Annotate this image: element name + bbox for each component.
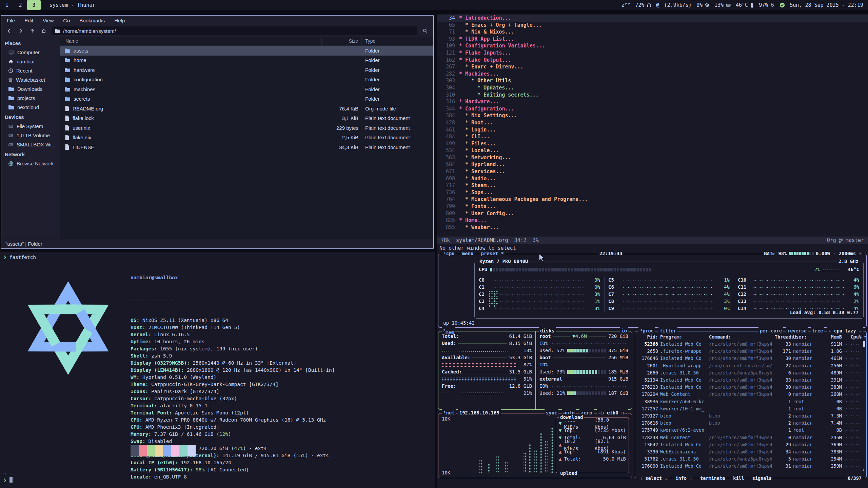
menu-bookmarks[interactable]: Bookmarks <box>79 18 105 23</box>
proc-scrollbar[interactable] <box>863 341 865 347</box>
file-row-home[interactable]: homeFolder <box>60 56 433 65</box>
proc-row-51762[interactable]: 51762.emacs-31.0.50-/nix/store/wnqz5pa8r… <box>635 455 866 463</box>
proc-row-52368[interactable]: 52368Isolated Web Co/nix/store/sm8fmrf3w… <box>635 341 866 348</box>
sidebar-item-browse-network[interactable]: Browse Network <box>1 159 60 168</box>
sidebar-item-computer[interactable]: Computer <box>1 48 60 57</box>
proc-footer-select[interactable]: ↑ select ↓ <box>638 475 669 482</box>
file-row-user-nix[interactable]: user.nix229 bytesPlain text document <box>60 123 433 133</box>
proc-tab[interactable]: ⁴proc <box>638 327 655 334</box>
file-row-license[interactable]: LICENSE34,3 KiBPlain text document <box>60 142 433 152</box>
org-heading-line[interactable]: 764* Miscellaneous Packages and Programs… <box>437 196 868 203</box>
column-size[interactable]: Size <box>322 37 362 45</box>
file-row-hardware[interactable]: hardwareFolder <box>60 65 433 75</box>
sidebar-item-file-system[interactable]: File System <box>1 122 60 131</box>
org-heading-line[interactable]: 461* Login... <box>437 126 868 134</box>
org-heading-line[interactable]: 799* Fonts... <box>437 203 868 210</box>
proc-row-2660[interactable]: 2660.emacs-31.0.50-/nix/store/wnqz5pa8ra… <box>635 369 866 377</box>
file-row-flake-nix[interactable]: flake.nix2,5 KiBPlain text document <box>60 133 433 143</box>
proc-button-per-core[interactable]: per-core <box>758 327 783 334</box>
cpu-tab-1[interactable]: menu <box>461 250 475 257</box>
sidebar-item-nambiar[interactable]: nambiar <box>1 57 60 66</box>
sidebar-item-downloads[interactable]: Downloads <box>1 84 60 94</box>
sidebar-item-1-0-tb-volume[interactable]: 1,0 TB Volume <box>1 131 60 140</box>
up-button[interactable] <box>27 26 37 35</box>
org-heading-line[interactable]: 698* Audio... <box>437 175 868 182</box>
menu-view[interactable]: View <box>43 18 54 23</box>
emacs-org-window[interactable]: 34* Introduction...65* Emacs + Org + Tan… <box>437 14 868 252</box>
proc-footer-kill[interactable]: kill <box>732 475 746 482</box>
workspace-switcher[interactable]: 123 <box>0 0 41 10</box>
proc-row-179127[interactable]: 179127btopbtop2nambiar7.3M0.0 <box>635 412 866 420</box>
file-row-flake-lock[interactable]: flake.lock3,1 KiBPlain text document <box>60 114 433 123</box>
workspace-3[interactable]: 3 <box>27 0 41 10</box>
sidebar-item-wastebasket[interactable]: Wastebasket <box>1 75 60 84</box>
proc-row-52134[interactable]: 52134Isolated Web Co/nix/store/sm8fmrf3w… <box>635 377 866 384</box>
cpu-tab-2[interactable]: preset * <box>479 250 505 257</box>
terminal-fastfetch[interactable]: ❯ fastfetch nambiar@smallbox -----------… <box>0 252 435 488</box>
proc-row-175749[interactable]: 175749kworker/6:2-even1root0B0.0 <box>635 427 866 434</box>
file-row-configuration[interactable]: configurationFolder <box>60 75 433 85</box>
org-heading-line[interactable]: 428* Boot... <box>437 119 868 126</box>
proc-row-178616[interactable]: 178616btopbtop2nambiar7.4M0.0 <box>635 420 866 427</box>
btop-window[interactable]: ¹cpumenupreset *22:19:44BAT▻ 98%0.00W - … <box>437 252 868 488</box>
org-heading-line[interactable]: 93* TLDR App List... <box>437 36 868 43</box>
org-heading-line[interactable]: 534* Locale... <box>437 147 868 154</box>
home-button[interactable] <box>39 26 49 35</box>
menu-help[interactable]: Help <box>114 18 125 23</box>
proc-row-176646[interactable]: 176646Isolated Web Co/nix/store/sm8fmrf3… <box>635 355 866 362</box>
shell-prompt[interactable]: ~ ❯ <box>3 470 13 484</box>
menu-edit[interactable]: Edit <box>24 18 33 23</box>
back-button[interactable] <box>4 26 14 35</box>
proc-row-176223[interactable]: 176223Isolated Web Co/nix/store/sm8fmrf3… <box>635 384 866 391</box>
net-interface[interactable]: ←b eth0 n→ <box>597 409 628 416</box>
proc-filter[interactable]: filter <box>658 327 678 334</box>
proc-row-38936[interactable]: 38936kworker/u64:6-kc1root0B0.0 <box>635 398 866 405</box>
org-heading-line[interactable]: 384* Nix Settings... <box>437 112 868 119</box>
proc-row-177257[interactable]: 177257kworker/10:1-mm_1root0B0.0 <box>635 405 866 412</box>
proc-row-2658[interactable]: 2658.firefox-wrappe/nix/store/sm8fmrf3wp… <box>635 348 866 355</box>
org-heading-line[interactable]: 71* Nix & Nixos... <box>437 28 868 36</box>
sidebar-item-smallbox-wi-[interactable]: SMALLBOX Wi... <box>1 140 60 149</box>
workspace-2[interactable]: 2 <box>14 0 27 10</box>
file-row-readme-org[interactable]: README.org76,4 KiBOrg-mode file <box>60 104 433 114</box>
proc-footer-terminate[interactable]: terminate <box>699 475 726 482</box>
search-button[interactable] <box>420 26 430 35</box>
path-bar[interactable]: /home/nambiar/system/ <box>52 26 417 35</box>
proc-row-176000[interactable]: 176000Isolated Web Co/nix/store/sm8fmrf3… <box>635 463 866 470</box>
org-heading-line[interactable]: 282* Machines... <box>437 70 868 78</box>
org-heading-line[interactable]: 109* Configuration Variables... <box>437 42 868 49</box>
org-heading-line[interactable]: 303* Other Utils <box>437 77 868 84</box>
org-heading-line[interactable]: 584* Hyprland... <box>437 161 868 168</box>
proc-button-tree[interactable]: tree <box>811 327 825 334</box>
org-heading-line[interactable]: 65* Emacs + Org + Tangle... <box>437 22 868 29</box>
org-heading-line[interactable]: 316* Hardware... <box>437 98 868 105</box>
forward-button[interactable] <box>16 26 26 35</box>
file-row-machines[interactable]: machinesFolder <box>60 84 433 94</box>
file-row-secrets[interactable]: secretsFolder <box>60 94 433 104</box>
proc-row-3390[interactable]: 3390WebExtensions/nix/store/sm8fmrf3wps4… <box>635 448 866 455</box>
org-heading-line[interactable]: 736* Sops... <box>437 189 868 196</box>
proc-button-reverse[interactable]: reverse <box>786 327 808 334</box>
sidebar-item-projects[interactable]: projects <box>1 94 60 103</box>
proc-footer-signals[interactable]: signals <box>751 475 773 482</box>
column-headers[interactable]: Name Size Type <box>60 37 433 46</box>
proc-row-13642[interactable]: 13642Isolated Web Co/nix/store/sm8fmrf3w… <box>635 441 866 448</box>
org-heading-line[interactable]: 304* Updates... <box>437 84 868 92</box>
org-heading-line[interactable]: 34* Introduction... <box>437 15 868 22</box>
org-heading-line[interactable]: 825* Home... <box>437 217 868 224</box>
file-row-assets[interactable]: assetsFolder <box>60 46 433 56</box>
org-heading-line[interactable]: 484* CLI... <box>437 133 868 140</box>
column-name[interactable]: Name <box>60 37 322 45</box>
proc-sort[interactable]: ← cpu lazy → <box>827 327 863 334</box>
proc-row-178294[interactable]: 178294Web Content/nix/store/sm8fmrf3wps4… <box>635 391 866 398</box>
org-heading-line[interactable]: 499* Files... <box>437 140 868 147</box>
menu-go[interactable]: Go <box>63 18 70 23</box>
org-heading-line[interactable]: 344* Configuration... <box>437 105 868 113</box>
org-heading-line[interactable]: 809* User Config... <box>437 210 868 217</box>
workspace-1[interactable]: 1 <box>0 0 14 10</box>
proc-row-2601[interactable]: 2601.Hyprland-wrapp/run/current-system/s… <box>635 362 866 369</box>
proc-footer-info[interactable]: info ↵ <box>674 475 693 482</box>
org-heading-line[interactable]: 671* Services... <box>437 168 868 175</box>
column-type[interactable]: Type <box>362 37 433 45</box>
org-heading-line[interactable]: 310* Editing secrets... <box>437 92 868 99</box>
